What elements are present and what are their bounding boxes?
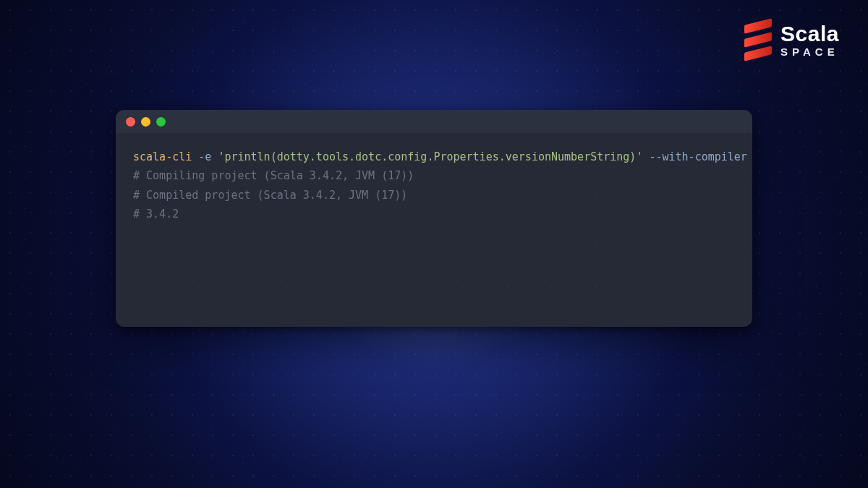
brand-text: Scala SPACE <box>780 23 839 57</box>
terminal-command-flag2: --with-compiler <box>649 150 746 163</box>
brand-logo: Scala SPACE <box>744 22 839 58</box>
window-zoom-icon[interactable] <box>156 117 166 127</box>
terminal-output-line: # 3.4.2 <box>133 207 179 221</box>
window-minimize-icon[interactable] <box>141 117 150 127</box>
scala-logo-icon <box>744 22 772 58</box>
background-stage: Scala SPACE scala-cli -e 'println(dotty.… <box>0 0 868 488</box>
terminal-command-arg: 'println(dotty.tools.dotc.config.Propert… <box>218 150 642 163</box>
terminal-command-exe: scala-cli <box>133 150 192 163</box>
window-close-icon[interactable] <box>126 117 135 127</box>
terminal-output-line: # Compiled project (Scala 3.4.2, JVM (17… <box>133 189 407 202</box>
brand-subtitle: SPACE <box>780 46 839 57</box>
terminal-body: scala-cli -e 'println(dotty.tools.dotc.c… <box>116 133 752 238</box>
terminal-titlebar <box>116 110 752 133</box>
terminal-output-line: # Compiling project (Scala 3.4.2, JVM (1… <box>133 169 414 182</box>
terminal-command-flag1: -e <box>198 150 211 163</box>
brand-title: Scala <box>780 23 839 45</box>
terminal-window: scala-cli -e 'println(dotty.tools.dotc.c… <box>116 110 752 327</box>
